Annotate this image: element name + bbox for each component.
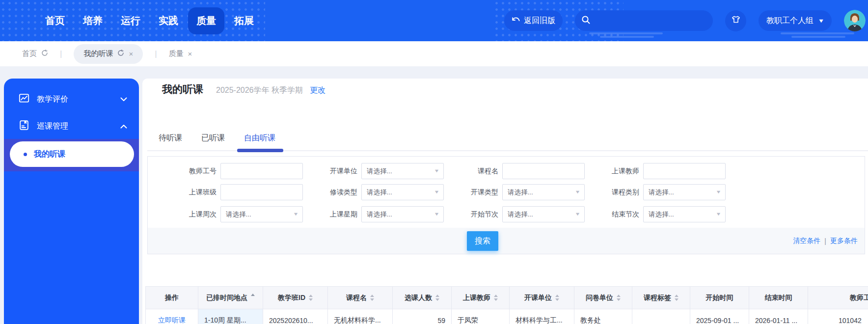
cell-survey-dept: 教务处 <box>574 309 632 324</box>
select-placeholder: 请选择... <box>226 207 251 222</box>
nav-item-training[interactable]: 培养 <box>75 7 111 34</box>
caret-down-icon: ▼ <box>818 18 825 24</box>
refresh-icon[interactable] <box>41 50 48 58</box>
offering-dept-select[interactable]: 请选择... ▼ <box>361 163 444 179</box>
sidebar-submenu: 我的听课 <box>4 139 139 171</box>
end-period-select[interactable]: 请选择... ▼ <box>643 206 726 222</box>
tab-pending-listening[interactable]: 待听课 <box>159 132 182 144</box>
sort-icon[interactable] <box>309 295 313 301</box>
sort-icon[interactable] <box>617 295 621 301</box>
teacher-id-input[interactable] <box>220 163 303 179</box>
tab-free-listening[interactable]: 自由听课 <box>244 132 275 144</box>
undo-arrow-icon <box>512 16 520 26</box>
select-placeholder: 请选择... <box>649 207 674 222</box>
nav-item-expansion[interactable]: 拓展 <box>226 7 262 34</box>
teacher-id-input-field[interactable] <box>221 163 302 179</box>
refresh-icon[interactable] <box>117 50 124 58</box>
top-navbar: 首页 培养 运行 实践 质量 拓展 返回旧版 <box>0 0 868 41</box>
close-icon[interactable]: × <box>129 50 133 58</box>
sort-icon[interactable] <box>675 295 678 301</box>
more-conditions-link[interactable]: 更多条件 <box>830 237 858 245</box>
course-name-input[interactable] <box>502 163 585 179</box>
theme-button[interactable] <box>725 10 746 31</box>
page-tab-label: 首页 <box>22 49 37 58</box>
nav-item-practice[interactable]: 实践 <box>150 7 187 34</box>
filter-label: 上课班级 <box>153 184 217 200</box>
teacher-name-input[interactable] <box>643 163 726 179</box>
col-student-count[interactable]: 选课人数 <box>393 287 452 309</box>
global-search-box[interactable] <box>575 10 713 31</box>
col-teacher-id: 教师工号 <box>808 287 868 309</box>
class-name-input-field[interactable] <box>221 185 302 200</box>
cell-teacher: 于凤荣 <box>452 309 510 324</box>
page-tab-home[interactable]: 首页 <box>22 49 48 58</box>
search-button[interactable]: 搜索 <box>467 231 498 251</box>
sort-icon[interactable] <box>555 295 559 301</box>
listen-now-link[interactable]: 立即听课 <box>146 309 198 324</box>
sort-icon[interactable] <box>370 295 374 301</box>
col-course-name[interactable]: 课程名 <box>328 287 393 309</box>
bullet-icon <box>24 153 27 156</box>
col-action: 操作 <box>146 287 198 309</box>
teacher-name-input-field[interactable] <box>644 163 725 179</box>
nav-item-quality[interactable]: 质量 <box>188 7 224 34</box>
open-pages-tabbar: 首页 | 我的听课 × | 质量 × <box>0 41 868 66</box>
cell-start-time: 2025-09-01 ... <box>690 309 749 324</box>
study-type-select[interactable]: 请选择... ▼ <box>361 184 444 200</box>
filter-label: 结束节次 <box>575 206 639 222</box>
sort-icon[interactable] <box>494 295 498 301</box>
week-select[interactable]: 请选择... ▼ <box>220 206 303 222</box>
filter-label: 开课单位 <box>294 163 357 179</box>
page-header: 我的听课 2025-2026学年 秋季学期 更改 <box>162 83 326 97</box>
avatar[interactable] <box>844 10 866 31</box>
change-semester-link[interactable]: 更改 <box>310 84 326 97</box>
user-group-label: 教职工个人组 <box>766 16 814 26</box>
close-icon[interactable]: × <box>188 50 192 58</box>
sort-icon[interactable] <box>435 295 439 301</box>
chevron-up-icon <box>120 122 127 131</box>
filter-label: 开始节次 <box>434 206 498 222</box>
page-tab-quality[interactable]: 质量 × <box>169 49 192 58</box>
navbar-right-cluster: 返回旧版 教职工个人组 <box>504 0 866 41</box>
sort-asc-icon[interactable] <box>251 294 255 296</box>
cell-course-tags <box>632 309 690 324</box>
cell-class-id: 2025202610... <box>263 309 328 324</box>
course-category-select[interactable]: 请选择... ▼ <box>643 184 726 200</box>
link-divider: | <box>824 237 826 245</box>
col-schedule[interactable]: 已排时间地点 <box>198 287 263 309</box>
weekday-select[interactable]: 请选择... ▼ <box>361 206 444 222</box>
select-placeholder: 请选择... <box>367 207 392 222</box>
filter-row: 上课班级 修读类型 请选择... ▼ 开课类型 请选择... ▼ <box>148 184 865 200</box>
tab-divider: | <box>60 49 62 59</box>
clear-conditions-link[interactable]: 清空条件 <box>793 237 820 245</box>
col-offering-dept[interactable]: 开课单位 <box>510 287 574 309</box>
nav-item-operation[interactable]: 运行 <box>112 7 149 34</box>
col-survey-dept[interactable]: 问卷单位 <box>574 287 632 309</box>
user-group-dropdown[interactable]: 教职工个人组 ▼ <box>759 10 832 31</box>
class-name-input[interactable] <box>220 184 303 200</box>
filter-label: 教师工号 <box>153 163 217 179</box>
cell-course-name: 无机材料科学... <box>328 309 393 324</box>
start-period-select[interactable]: 请选择... ▼ <box>502 206 585 222</box>
sidebar-item-my-listening[interactable]: 我的听课 <box>10 141 134 167</box>
select-placeholder: 请选择... <box>367 185 392 200</box>
filter-label: 开课类型 <box>434 184 498 200</box>
page-tab-my-listening[interactable]: 我的听课 × <box>74 44 143 64</box>
filter-row: 教师工号 开课单位 请选择... ▼ 课程名 上课教师 <box>148 163 865 179</box>
course-type-select[interactable]: 请选择... ▼ <box>502 184 585 200</box>
tab-finished-listening[interactable]: 已听课 <box>201 132 225 144</box>
search-input[interactable] <box>595 16 706 26</box>
col-course-tags[interactable]: 课程标签 <box>632 287 690 309</box>
results-table: 操作 已排时间地点 教学班ID 课程名 选课人数 上课教师 开课单位 问卷单位 … <box>145 286 868 324</box>
col-teacher[interactable]: 上课教师 <box>452 287 510 309</box>
nav-item-home[interactable]: 首页 <box>37 7 73 34</box>
active-tab-underline <box>237 149 283 152</box>
back-to-old-version-button[interactable]: 返回旧版 <box>504 10 563 31</box>
filter-label: 上课星期 <box>294 206 357 222</box>
course-name-input-field[interactable] <box>503 163 584 179</box>
col-start-time: 开始时间 <box>690 287 749 309</box>
sidebar-group-patrol-management[interactable]: 巡课管理 <box>4 115 139 137</box>
sidebar-group-teaching-evaluation[interactable]: 教学评价 <box>4 88 139 110</box>
filter-label: 上课教师 <box>575 163 639 179</box>
col-class-id[interactable]: 教学班ID <box>263 287 328 309</box>
